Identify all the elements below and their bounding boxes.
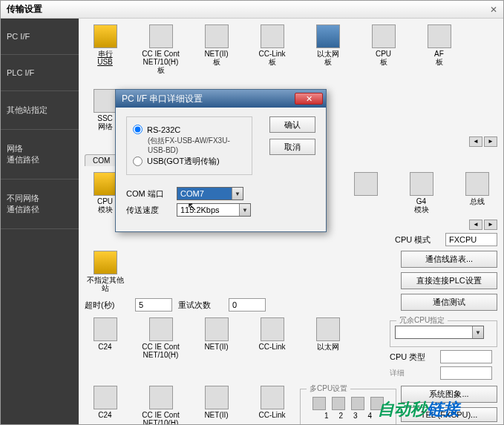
sidebar-item-otherstation[interactable]: 其他站指定 <box>1 91 79 130</box>
close-icon[interactable]: ✕ <box>490 4 497 15</box>
cpu-slot[interactable] <box>312 397 326 410</box>
device-icon <box>149 317 173 341</box>
device-icon <box>261 317 284 341</box>
icon-cclink2[interactable]: CC-Link <box>252 317 292 359</box>
com-port-label: COM 端口 <box>126 188 171 200</box>
watermark: 自动秒链接 <box>378 398 459 421</box>
cpu-type-label: CPU 类型 <box>390 352 434 363</box>
icon-af[interactable]: AF 板 <box>419 24 459 74</box>
device-icon <box>354 172 378 196</box>
dialog-cancel-button[interactable]: 取消 <box>269 139 315 155</box>
serial-detail-dialog: PC I/F 串口详细设置 ✕ RS-232C (包括FX-USB-AW/FX3… <box>115 89 327 232</box>
icon-cpu[interactable]: CPU 板 <box>363 24 404 74</box>
device-icon <box>94 89 117 113</box>
device-icon <box>94 172 117 196</box>
direct-plc-button[interactable]: 直接连接PLC设置 <box>401 272 497 289</box>
device-icon <box>94 317 117 341</box>
icon-bus[interactable]: 总线 <box>456 172 497 214</box>
icon-no-other-station[interactable]: 不指定其他站 <box>85 251 125 292</box>
chevron-down-icon: ▼ <box>472 326 483 338</box>
device-icon <box>261 386 284 409</box>
other-station-section: 不指定其他站 超时(秒) 重试次数 通信线路表... 直接连接PLC设置 通信测… <box>85 251 497 314</box>
baud-select[interactable]: 115.2Kbps ▼ <box>177 203 251 217</box>
icon-cclink[interactable]: CC-Link 板 <box>252 24 292 74</box>
comm-test-button[interactable]: 通信测试 <box>401 294 497 311</box>
icon-c24b[interactable]: C24 <box>85 386 125 424</box>
icon-netii2[interactable]: NET(II) <box>196 317 237 359</box>
radio-usb[interactable]: USB(GOT透明传输) <box>133 156 246 167</box>
redundant-cpu-title: 冗余CPU指定 <box>396 315 448 326</box>
cpu-mode-label: CPU 模式 <box>395 234 439 246</box>
chevron-down-icon: ▼ <box>232 188 243 200</box>
icon-cclink3[interactable]: CC-Link <box>252 386 292 424</box>
icon-g4[interactable]: G4 模块 <box>401 172 442 214</box>
cpu-type-input[interactable] <box>440 350 492 363</box>
sidebar-item-netpath[interactable]: 网络 通信路径 <box>1 130 79 179</box>
redundant-cpu-select[interactable]: ▼ <box>395 326 484 339</box>
baud-label: 传送速度 <box>126 205 171 216</box>
device-icon <box>428 24 451 48</box>
icon-cciecont3[interactable]: CC IE Cont NET/10(H) <box>140 386 181 424</box>
cpu-mode-input[interactable] <box>445 233 497 246</box>
title-bar: 传输设置 ✕ <box>1 1 503 19</box>
device-icon <box>94 24 117 48</box>
device-icon <box>410 172 433 196</box>
device-icon <box>205 317 229 341</box>
device-icon <box>205 24 229 48</box>
route-list-button[interactable]: 通信线路表... <box>401 251 497 268</box>
sidebar-item-diffnetpath[interactable]: 不同网络 通信路径 <box>1 179 79 229</box>
icon-serial-usb[interactable]: 串行 USB <box>85 24 125 74</box>
icon-netii3[interactable]: NET(II) <box>196 386 237 424</box>
icon-cciecont[interactable]: CC IE Cont NET/10(H)板 <box>140 24 181 74</box>
device-icon <box>316 317 340 341</box>
timeout-input[interactable] <box>135 298 172 312</box>
dialog-close-icon[interactable]: ✕ <box>295 93 323 105</box>
detail-input[interactable] <box>440 366 492 380</box>
scroll-left-icon[interactable]: ◄ <box>469 136 482 147</box>
icon-ethernet2[interactable]: 以太网 <box>307 317 348 359</box>
device-icon <box>94 251 117 274</box>
scroll-left-icon[interactable]: ◄ <box>469 220 482 230</box>
device-icon <box>465 172 489 196</box>
rs232-sublabel: (包括FX-USB-AW/FX3U-USB-BD) <box>148 136 246 154</box>
icon-ethernet[interactable]: 以太网 板 <box>307 24 348 74</box>
scroll-right-icon[interactable]: ► <box>484 220 497 230</box>
sidebar-item-pcif[interactable]: PC I/F <box>1 19 79 55</box>
icon-netii[interactable]: NET(II) 板 <box>196 24 237 74</box>
connection-type-group: RS-232C (包括FX-USB-AW/FX3U-USB-BD) USB(GO… <box>126 116 252 175</box>
device-icon <box>149 24 173 48</box>
cpu-slot[interactable] <box>332 397 345 410</box>
com-port-select[interactable]: COM7 ▼ <box>177 187 243 200</box>
chevron-down-icon: ▼ <box>239 204 250 216</box>
device-icon <box>261 24 284 48</box>
net-path-section: C24 CC IE Cont NET/10(H) NET(II) CC-Link… <box>85 317 497 383</box>
sidebar: PC I/F PLC I/F 其他站指定 网络 通信路径 不同网络 通信路径 <box>1 19 79 424</box>
icon-cciecont2[interactable]: CC IE Cont NET/10(H) <box>140 317 181 359</box>
retry-label: 重试次数 <box>178 300 223 311</box>
cpu-slot[interactable] <box>351 397 364 410</box>
device-icon <box>94 386 117 409</box>
device-icon <box>205 386 229 409</box>
detail-label: 详细 <box>390 368 434 378</box>
retry-input[interactable] <box>229 298 266 312</box>
multi-cpu-title: 多CPU设置 <box>307 383 350 394</box>
dialog-title: PC I/F 串口详细设置 <box>122 93 203 105</box>
tab-com1[interactable]: COM <box>85 154 118 166</box>
device-icon <box>316 24 340 48</box>
usb-radio[interactable] <box>133 157 143 166</box>
dialog-body: RS-232C (包括FX-USB-AW/FX3U-USB-BD) USB(GO… <box>116 108 326 231</box>
dialog-ok-button[interactable]: 确认 <box>269 116 315 133</box>
rs232-radio[interactable] <box>133 125 143 134</box>
scroll-right-icon[interactable]: ► <box>484 136 497 147</box>
dialog-title-bar[interactable]: PC I/F 串口详细设置 ✕ <box>116 90 326 108</box>
sidebar-item-plcif[interactable]: PLC I/F <box>1 55 79 91</box>
device-icon <box>149 386 173 409</box>
radio-rs232[interactable]: RS-232C <box>133 125 246 134</box>
icon-c24[interactable]: C24 <box>85 317 125 359</box>
icon-placeholder[interactable] <box>345 172 386 214</box>
timeout-label: 超时(秒) <box>85 300 129 311</box>
device-icon <box>372 24 396 48</box>
window-title: 传输设置 <box>7 3 42 16</box>
